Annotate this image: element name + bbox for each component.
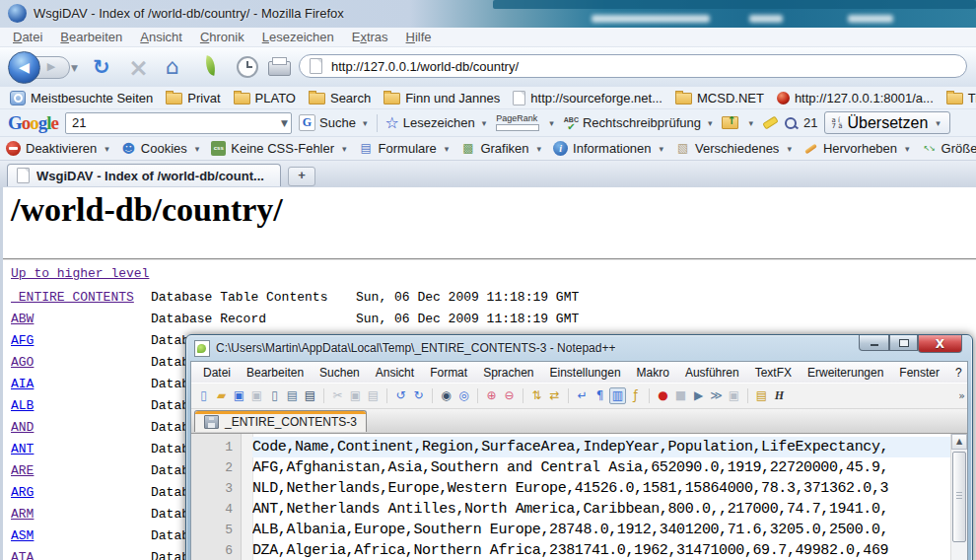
indent-guide-icon[interactable]: ▥: [609, 387, 626, 404]
cut-icon[interactable]: ✂: [329, 387, 346, 404]
macro-save-icon[interactable]: ▣: [726, 387, 742, 404]
google-search-box[interactable]: ▼: [65, 112, 292, 134]
toolbar-overflow-chevron[interactable]: »: [958, 389, 965, 402]
bookmark-item[interactable]: http://127.0.0.1:8001/a...: [773, 91, 938, 105]
undo-icon[interactable]: ↺: [392, 387, 409, 404]
save-all-icon[interactable]: ▣: [248, 387, 265, 404]
webdev-item[interactable]: Keine CSS-Fehler ▾: [211, 141, 349, 156]
notepad-menu-item[interactable]: Sprachen: [475, 366, 541, 380]
bookmark-item[interactable]: Tree Samples: [942, 91, 976, 105]
scrollbar-thumb[interactable]: [952, 452, 966, 542]
function-completion-icon[interactable]: ƒ: [627, 387, 644, 404]
entry-link[interactable]: ARE: [11, 460, 151, 482]
webdev-item[interactable]: Hervorheben ▾: [803, 141, 913, 156]
menu-item[interactable]: Lesezeichen: [253, 28, 343, 47]
macro-play-icon[interactable]: ▶: [690, 387, 707, 404]
notepad-menu-item[interactable]: TextFX: [747, 366, 800, 380]
menu-item[interactable]: Hilfe: [397, 28, 441, 47]
entry-link[interactable]: ARG: [11, 482, 151, 504]
send-to-icon[interactable]: [722, 116, 738, 129]
entry-link[interactable]: ABW: [11, 309, 151, 330]
entry-link[interactable]: ANT: [11, 439, 151, 460]
editor-area[interactable]: 1 Code,Name,Continent,Region,SurfaceArea…: [191, 434, 967, 560]
bookmark-item[interactable]: PLATO: [230, 91, 300, 105]
entry-link[interactable]: ATA: [11, 547, 151, 560]
webdev-item[interactable]: Formulare ▾: [359, 141, 453, 156]
url-input[interactable]: [329, 58, 956, 75]
bookmark-item[interactable]: Privat: [162, 91, 224, 105]
document-tab[interactable]: _ENTIRE_CONTENTS-3: [194, 410, 367, 432]
menu-item[interactable]: Bearbeiten: [51, 28, 131, 47]
zoom-out-icon[interactable]: ⊖: [501, 387, 518, 404]
scroll-up-icon[interactable]: ▲: [951, 434, 967, 450]
back-button[interactable]: ◀: [8, 51, 40, 84]
restore-button[interactable]: [889, 335, 918, 351]
stop-button[interactable]: ×: [128, 53, 149, 82]
reload-button[interactable]: ↻: [93, 55, 110, 79]
notepad-menu-item[interactable]: Bearbeiten: [239, 366, 312, 380]
google-bookmarks-button[interactable]: ☆ Lesezeichen ▾: [384, 115, 489, 131]
entry-link[interactable]: AFG: [11, 330, 151, 352]
history-clock-icon[interactable]: [237, 56, 258, 78]
redo-icon[interactable]: ↻: [410, 387, 427, 404]
new-tab-button[interactable]: +: [288, 167, 315, 186]
menu-item[interactable]: Extras: [343, 28, 397, 47]
entry-link[interactable]: AND: [11, 417, 151, 439]
zoom-in-icon[interactable]: ⊕: [483, 387, 500, 404]
webdev-item[interactable]: Verschiedenes ▾: [675, 141, 795, 156]
translate-button[interactable]: a í7 ä Übersetzen ▾: [824, 111, 949, 134]
entry-link[interactable]: _ENTIRE_CONTENTS: [11, 287, 151, 309]
browser-tab[interactable]: WsgiDAV - Index of /world-db/count...: [7, 164, 281, 186]
webdev-item[interactable]: Informationen ▾: [553, 141, 666, 156]
macro-record-icon[interactable]: ●: [655, 387, 671, 404]
notepad-menu-item[interactable]: Makro: [629, 366, 677, 380]
notepad-menu-item[interactable]: Einstellungen: [542, 366, 629, 380]
google-search-button[interactable]: G Suche ▾: [299, 114, 370, 131]
word-wrap-icon[interactable]: ↵: [574, 387, 591, 404]
highlighter-icon[interactable]: [762, 116, 778, 130]
notepad-menu-item[interactable]: Format: [422, 366, 475, 380]
webdev-item[interactable]: Deaktivieren ▾: [6, 141, 112, 156]
notepad-menu-item[interactable]: Ausführen: [677, 366, 747, 380]
close-button[interactable]: X: [918, 335, 962, 353]
save-icon[interactable]: ▣: [231, 387, 247, 404]
close-all-icon[interactable]: ▤: [284, 387, 301, 404]
find-icon[interactable]: ◉: [438, 387, 454, 404]
notepad-titlebar[interactable]: C:\Users\Martin\AppData\Local\Temp\_ENTI…: [186, 335, 972, 361]
bookmark-item[interactable]: MCSD.NET: [671, 91, 768, 105]
replace-icon[interactable]: ◎: [455, 387, 472, 404]
sync-horizontal-icon[interactable]: ⇄: [546, 387, 563, 404]
bookmark-item[interactable]: Meistbesuchte Seiten: [6, 91, 157, 105]
new-file-icon[interactable]: ▯: [195, 387, 212, 404]
find-magnifier-icon[interactable]: [785, 117, 797, 129]
webdev-item[interactable]: Grafiken ▾: [460, 141, 544, 156]
bookmark-item[interactable]: Finn und Jannes: [380, 91, 504, 105]
open-file-icon[interactable]: ▰: [213, 387, 230, 404]
notepad-menu-item[interactable]: Suchen: [312, 366, 368, 380]
chevron-down-icon[interactable]: ▾: [546, 118, 557, 128]
entry-link[interactable]: ALB: [11, 395, 151, 417]
notepad-menu-item[interactable]: Ansicht: [368, 366, 422, 380]
bookmark-item[interactable]: http://sourceforge.net...: [509, 91, 666, 105]
webdev-item[interactable]: Größe ▾: [922, 141, 976, 156]
spellcheck-button[interactable]: ABC ✔ Rechtschreibprüfung ▾: [564, 115, 716, 130]
entry-link[interactable]: AGO: [11, 352, 151, 374]
bookmark-item[interactable]: Search: [305, 91, 375, 105]
menu-item[interactable]: Chronik: [191, 28, 253, 47]
menu-item[interactable]: Datei: [4, 28, 51, 47]
html-icon[interactable]: H: [771, 387, 788, 404]
history-dropdown-icon[interactable]: ▼: [71, 63, 78, 73]
url-bar[interactable]: [299, 54, 967, 78]
notepad-menu-item[interactable]: Datei: [195, 366, 239, 380]
up-to-higher-level-link[interactable]: Up to higher level: [11, 266, 149, 281]
entry-link[interactable]: AIA: [11, 374, 151, 395]
editor-scrollbar[interactable]: ▲: [950, 434, 967, 560]
print-icon[interactable]: ▤: [302, 387, 318, 404]
close-file-icon[interactable]: ▯: [266, 387, 283, 404]
pagerank-widget[interactable]: PageRank: [496, 114, 539, 131]
print-button[interactable]: [268, 61, 291, 76]
minimize-button[interactable]: [859, 335, 889, 351]
notepad-menu-item[interactable]: Fenster: [891, 366, 947, 380]
macro-stop-icon[interactable]: ■: [672, 387, 689, 404]
notepad-menu-item[interactable]: Erweiterungen: [800, 366, 891, 380]
